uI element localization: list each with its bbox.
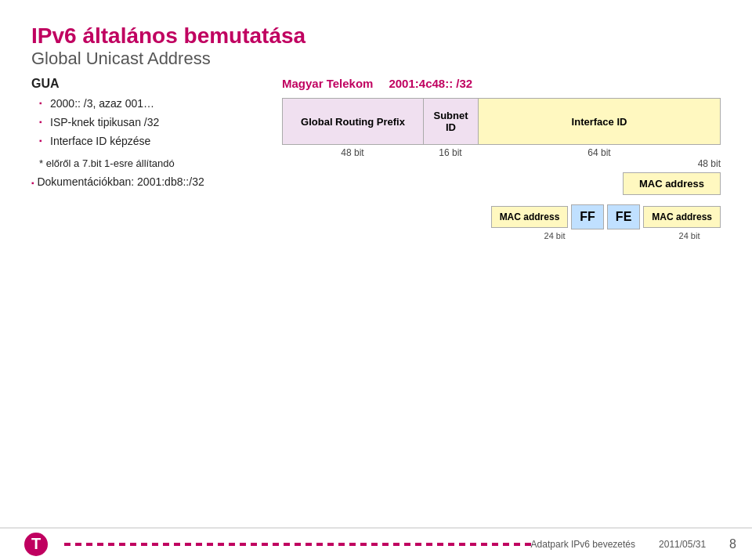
mac-48bit-label: 48 bit (698, 158, 721, 169)
main-container: IPv6 általános bemutatása Global Unicast… (0, 0, 752, 560)
diagram-row: Global Routing Prefix Subnet ID Interfac… (282, 98, 721, 145)
bottom-logo: T (0, 532, 49, 557)
main-list: 2000:: /3, azaz 001… ISP-knek tipikusan … (31, 96, 266, 150)
right-panel: Magyar Telekom 2001:4c48:: /32 Global Ro… (282, 77, 721, 240)
mac-left-box: MAC address (491, 206, 569, 228)
subnet-label: Subnet ID (428, 110, 473, 133)
interface-bit-label: 64 bit (478, 147, 721, 158)
subnet-box: Subnet ID (424, 99, 479, 144)
doc-bullet: ▪ (31, 179, 34, 187)
fe-label: FE (616, 210, 631, 223)
title-sub: Global Unicast Address (31, 49, 721, 69)
interface-box: Interface ID (479, 99, 720, 144)
mac-bottom-section: MAC address FF FE MAC address 24 (282, 204, 721, 240)
subnet-bit-label: 16 bit (423, 147, 478, 158)
mac-right-bits: 24 bit (658, 231, 721, 240)
bottom-dots (64, 543, 531, 546)
footer-page: 8 (729, 537, 736, 551)
mac-right-box: MAC address (643, 206, 721, 228)
bottom-right: Adatpark IPv6 bevezetés 2011/05/31 8 (531, 537, 752, 551)
mac-bottom-row: MAC address FF FE MAC address (282, 204, 721, 229)
grp-bit-label: 48 bit (282, 147, 423, 158)
mac-top-box: MAC address (623, 172, 721, 195)
mac-left-bits: 24 bit (523, 231, 586, 240)
telekom-header: Magyar Telekom 2001:4c48:: /32 (282, 77, 721, 90)
eui-section: 48 bit MAC address MAC address FF (282, 172, 721, 240)
ff-box: FF (571, 204, 604, 229)
mac-top-row: 48 bit MAC address (282, 172, 721, 195)
bottom-bar: T Adatpark IPv6 bevezetés 2011/05/31 8 (0, 527, 752, 560)
list-item-1: 2000:: /3, azaz 001… (39, 96, 266, 112)
list-item-3: Interface ID képzése (39, 133, 266, 150)
bit-labels-row: 48 bit 16 bit 64 bit (282, 147, 721, 158)
mac-left-label: MAC address (500, 211, 560, 222)
grp-box: Global Routing Prefix (283, 99, 424, 144)
title-block: IPv6 általános bemutatása Global Unicast… (31, 23, 721, 69)
t-logo-icon: T (24, 532, 49, 557)
fe-box: FE (607, 204, 640, 229)
ff-label: FF (580, 210, 595, 223)
footer-date: 2011/05/31 (659, 539, 706, 550)
gua-label: GUA (31, 77, 266, 91)
title-main: IPv6 általános bemutatása (31, 23, 721, 49)
telekom-name: Magyar Telekom (282, 77, 373, 90)
left-panel: GUA 2000:: /3, azaz 001… ISP-knek tipiku… (31, 77, 266, 240)
svg-text:T: T (31, 535, 41, 552)
doc-text: ▪ Dokumentációkban: 2001:db8::/32 (31, 175, 266, 188)
list-item-2: ISP-knek tipikusan /32 (39, 114, 266, 131)
mac-bits-row: 24 bit 24 bit (282, 231, 721, 240)
grp-label: Global Routing Prefix (301, 116, 405, 128)
mac-right-label: MAC address (652, 211, 712, 222)
doc-content: Dokumentációkban: 2001:db8::/32 (37, 175, 204, 188)
content-area: GUA 2000:: /3, azaz 001… ISP-knek tipiku… (31, 77, 721, 240)
interface-label: Interface ID (572, 116, 627, 128)
note-text: * előről a 7.bit 1-esre állítandó (39, 157, 266, 169)
footer-course: Adatpark IPv6 bevezetés (531, 539, 635, 550)
note-content: * előről a 7.bit 1-esre állítandó (39, 157, 175, 169)
telekom-address: 2001:4c48:: /32 (389, 77, 472, 90)
mac-top-label: MAC address (639, 178, 704, 190)
